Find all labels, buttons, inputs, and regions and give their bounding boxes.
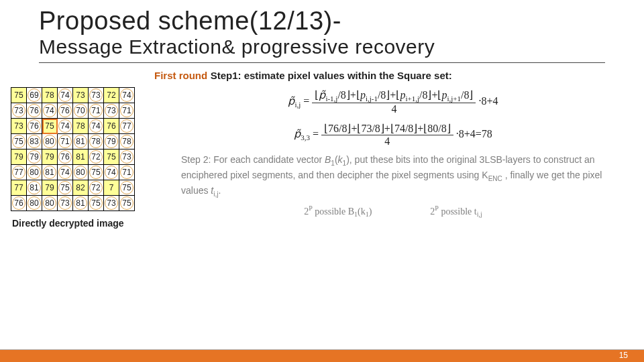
grid-cell: 80 bbox=[42, 134, 58, 149]
grid-cell: 81 bbox=[27, 180, 42, 196]
grid-cell: 75 bbox=[58, 180, 73, 196]
grid-cell: 70 bbox=[73, 103, 89, 119]
grid-cell: 80 bbox=[73, 165, 89, 180]
step2-text: Step 2: For each candidate vector B1(k1)… bbox=[181, 153, 605, 198]
grid-cell: 78 bbox=[89, 134, 104, 149]
grid-cell: 83 bbox=[27, 134, 42, 149]
grid-cell: 75 bbox=[89, 196, 104, 211]
grid-cell: 69 bbox=[27, 88, 42, 103]
grid-cell: 73 bbox=[104, 103, 119, 119]
grid-cell: 71 bbox=[119, 103, 135, 119]
slide-footer: 15 bbox=[0, 349, 644, 362]
grid-cell: 75 bbox=[119, 196, 135, 211]
grid-cell: 76 bbox=[58, 103, 73, 119]
grid-cell: 80 bbox=[27, 196, 42, 211]
first-round-label: First round bbox=[154, 70, 207, 81]
grid-cell: 81 bbox=[73, 134, 89, 149]
formula-example: p̃3,3 = ⌊76/8⌋+⌊73/8⌋+⌊74/8⌋+⌊80/8⌋ 4 ·8… bbox=[181, 122, 605, 147]
grid-cell: 71 bbox=[89, 103, 104, 119]
grid-cell: 74 bbox=[104, 165, 119, 180]
step2-possibilities: 2P possible B1(k1) 2P possible ti,j bbox=[181, 204, 605, 218]
grid-cell: 73 bbox=[89, 88, 104, 103]
grid-cell: 75 bbox=[104, 149, 119, 165]
grid-cell: 77 bbox=[11, 165, 27, 180]
main-content: 7569787473737274737674767071737173767574… bbox=[0, 82, 644, 229]
slide-subtitle: Message Extraction& progressive recovery bbox=[39, 36, 644, 58]
grid-cell: 72 bbox=[89, 149, 104, 165]
grid-cell: 77 bbox=[11, 180, 27, 196]
grid-cell: 73 bbox=[104, 196, 119, 211]
step1-label: Step1: estimate pixel values within the … bbox=[211, 70, 452, 81]
grid-cell: 73 bbox=[73, 88, 89, 103]
grid-cell: 74 bbox=[58, 88, 73, 103]
grid-cell: 74 bbox=[42, 103, 58, 119]
grid-cell: 78 bbox=[42, 88, 58, 103]
grid-cell: 76 bbox=[27, 119, 42, 134]
grid-cell: 78 bbox=[119, 134, 135, 149]
grid-cell: 79 bbox=[11, 149, 27, 165]
grid-cell: 76 bbox=[11, 196, 27, 211]
grid-cell: 75 bbox=[119, 180, 135, 196]
grid-cell: 79 bbox=[27, 149, 42, 165]
pixel-grid: 7569787473737274737674767071737173767574… bbox=[11, 87, 135, 211]
page-number: 15 bbox=[619, 351, 628, 360]
grid-cell: 79 bbox=[42, 149, 58, 165]
formula-generic: p̃i,j = ⌊p̃i-1,j/8⌋+⌊pi,j-1/8⌋+⌊pi+1,j/8… bbox=[181, 88, 605, 115]
left-column: 7569787473737274737674767071737173767574… bbox=[7, 82, 174, 229]
right-column: p̃i,j = ⌊p̃i-1,j/8⌋+⌊pi,j-1/8⌋+⌊pi+1,j/8… bbox=[174, 82, 605, 229]
grid-cell: 80 bbox=[27, 165, 42, 180]
grid-cell: 71 bbox=[119, 165, 135, 180]
grid-cell: 74 bbox=[58, 165, 73, 180]
grid-cell: 79 bbox=[104, 134, 119, 149]
grid-cell: 81 bbox=[73, 196, 89, 211]
grid-cell: 73 bbox=[58, 196, 73, 211]
grid-caption: Directly decrypted image bbox=[12, 218, 174, 229]
grid-cell: 73 bbox=[119, 149, 135, 165]
grid-cell: 73 bbox=[11, 119, 27, 134]
grid-cell: 75 bbox=[11, 134, 27, 149]
grid-cell: 74 bbox=[119, 88, 135, 103]
grid-cell: 74 bbox=[58, 119, 73, 134]
grid-cell: 72 bbox=[104, 88, 119, 103]
title-divider bbox=[39, 62, 605, 63]
grid-cell: 78 bbox=[73, 119, 89, 134]
grid-cell: 81 bbox=[42, 165, 58, 180]
grid-cell: 75 bbox=[89, 165, 104, 180]
grid-cell: 76 bbox=[58, 149, 73, 165]
formula1-num: ⌊p̃i-1,j/8⌋+⌊pi,j-1/8⌋+⌊pi+1,j/8⌋+⌊pi,j+… bbox=[312, 88, 476, 103]
grid-cell: 75 bbox=[42, 119, 58, 134]
formula2-num: ⌊76/8⌋+⌊73/8⌋+⌊74/8⌋+⌊80/8⌋ bbox=[321, 122, 453, 135]
grid-cell: 82 bbox=[73, 180, 89, 196]
grid-cell: 77 bbox=[119, 119, 135, 134]
grid-cell: 76 bbox=[104, 119, 119, 134]
grid-cell: 81 bbox=[73, 149, 89, 165]
grid-cell: 74 bbox=[89, 119, 104, 134]
grid-cell: 80 bbox=[42, 196, 58, 211]
grid-cell: 79 bbox=[42, 180, 58, 196]
grid-cell: 72 bbox=[89, 180, 104, 196]
grid-cell: 76 bbox=[27, 103, 42, 119]
grid-cell: 75 bbox=[11, 88, 27, 103]
grid-cell: 73 bbox=[11, 103, 27, 119]
slide-title: Proposed scheme(12/13)- bbox=[39, 7, 644, 36]
grid-cell: 7 bbox=[104, 180, 119, 196]
grid-cell: 71 bbox=[58, 134, 73, 149]
